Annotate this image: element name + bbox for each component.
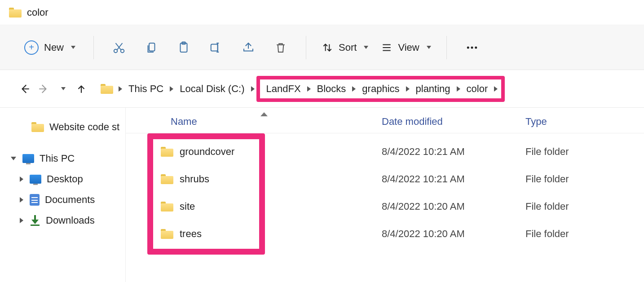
share-button[interactable] bbox=[235, 34, 262, 61]
file-type: File folder bbox=[525, 201, 644, 212]
desktop-icon bbox=[30, 175, 41, 184]
sort-button[interactable]: Sort bbox=[318, 42, 372, 53]
chevron-right-icon bbox=[251, 86, 255, 92]
folder-icon bbox=[101, 84, 113, 94]
folder-icon bbox=[161, 147, 173, 157]
file-row[interactable]: trees 8/4/2022 10:20 AM File folder bbox=[126, 220, 644, 247]
sidebar-item-downloads[interactable]: Downloads bbox=[0, 210, 125, 231]
svg-point-6 bbox=[467, 46, 469, 48]
sidebar-item-label: Downloads bbox=[46, 215, 95, 226]
toolbar: + New bbox=[0, 25, 644, 70]
rename-button[interactable] bbox=[203, 34, 229, 61]
chevron-right-icon bbox=[406, 86, 410, 92]
column-header-type[interactable]: Type bbox=[525, 116, 644, 128]
cut-button[interactable] bbox=[106, 34, 132, 61]
plus-icon: + bbox=[24, 40, 39, 55]
caret-right-icon bbox=[20, 197, 23, 203]
back-button[interactable] bbox=[15, 79, 34, 98]
more-button[interactable] bbox=[459, 34, 485, 61]
sidebar-item-label: This PC bbox=[40, 153, 75, 164]
breadcrumb-item[interactable]: Local Disk (C:) bbox=[175, 80, 249, 97]
toolbar-separator bbox=[446, 36, 447, 59]
sidebar-item-documents[interactable]: Documents bbox=[0, 189, 125, 210]
chevron-right-icon bbox=[307, 86, 311, 92]
file-date: 8/4/2022 10:20 AM bbox=[382, 201, 525, 212]
up-button[interactable] bbox=[72, 79, 91, 98]
chevron-right-icon bbox=[119, 86, 122, 92]
documents-icon bbox=[30, 194, 40, 206]
new-button[interactable]: + New bbox=[18, 37, 82, 58]
sidebar-item-label: Desktop bbox=[47, 173, 83, 185]
folder-icon bbox=[161, 202, 173, 212]
file-row[interactable]: shrubs 8/4/2022 10:21 AM File folder bbox=[126, 165, 644, 193]
chevron-right-icon bbox=[170, 86, 173, 92]
chevron-right-icon bbox=[457, 86, 460, 92]
new-button-label: New bbox=[44, 42, 64, 53]
view-icon bbox=[381, 42, 393, 53]
file-name: site bbox=[180, 201, 195, 212]
caret-right-icon bbox=[20, 176, 23, 182]
file-name: shrubs bbox=[180, 173, 209, 185]
caret-right-icon bbox=[20, 218, 23, 223]
file-list: groundcover 8/4/2022 10:21 AM File folde… bbox=[126, 133, 644, 247]
sidebar-item-label: Documents bbox=[45, 194, 95, 206]
sidebar: Website code st This PC Desktop Document… bbox=[0, 108, 126, 282]
sort-label: Sort bbox=[339, 42, 357, 53]
svg-point-8 bbox=[475, 46, 477, 48]
file-type: File folder bbox=[525, 173, 644, 185]
chevron-down-icon bbox=[364, 46, 368, 49]
column-header-name[interactable]: Name bbox=[126, 116, 382, 128]
download-icon bbox=[30, 215, 40, 226]
sidebar-item-label: Website code st bbox=[49, 121, 119, 133]
breadcrumb-item[interactable]: This PC bbox=[124, 80, 168, 97]
view-button[interactable]: View bbox=[377, 42, 434, 53]
sidebar-item-website-code[interactable]: Website code st bbox=[0, 117, 125, 137]
delete-button[interactable] bbox=[267, 34, 294, 61]
chevron-right-icon bbox=[494, 86, 498, 92]
svg-point-0 bbox=[114, 49, 118, 53]
breadcrumb-item[interactable]: planting bbox=[411, 80, 455, 97]
file-name: trees bbox=[180, 228, 202, 240]
folder-icon bbox=[161, 229, 173, 239]
chevron-right-icon bbox=[352, 86, 356, 92]
svg-rect-2 bbox=[149, 43, 155, 51]
paste-button[interactable] bbox=[170, 34, 197, 61]
breadcrumb-item[interactable]: LandFX bbox=[262, 80, 305, 97]
sort-ascending-icon bbox=[260, 112, 268, 116]
file-row[interactable]: site 8/4/2022 10:20 AM File folder bbox=[126, 193, 644, 220]
svg-point-1 bbox=[121, 49, 124, 53]
breadcrumb-highlight: LandFX Blocks graphics planting color bbox=[256, 76, 505, 102]
file-date: 8/4/2022 10:21 AM bbox=[382, 146, 525, 158]
view-label: View bbox=[398, 42, 419, 53]
file-row[interactable]: groundcover 8/4/2022 10:21 AM File folde… bbox=[126, 138, 644, 165]
forward-button[interactable] bbox=[34, 79, 53, 98]
recent-locations-button[interactable] bbox=[53, 79, 72, 98]
title-bar: color bbox=[0, 0, 644, 25]
copy-button[interactable] bbox=[138, 34, 165, 61]
folder-icon bbox=[161, 174, 173, 184]
column-header-date[interactable]: Date modified bbox=[382, 116, 525, 128]
toolbar-separator bbox=[93, 36, 94, 59]
chevron-down-icon bbox=[427, 46, 431, 49]
file-type: File folder bbox=[525, 146, 644, 158]
window-title: color bbox=[27, 7, 49, 18]
file-date: 8/4/2022 10:21 AM bbox=[382, 173, 525, 185]
file-list-pane: Name Date modified Type groundcover 8/4/… bbox=[126, 108, 644, 282]
sidebar-item-desktop[interactable]: Desktop bbox=[0, 169, 125, 189]
folder-icon bbox=[31, 122, 44, 132]
breadcrumb-item[interactable]: color bbox=[462, 80, 493, 97]
column-headers: Name Date modified Type bbox=[126, 108, 644, 133]
file-name: groundcover bbox=[180, 146, 234, 158]
address-bar[interactable]: This PC Local Disk (C:) LandFX Blocks gr… bbox=[94, 76, 505, 102]
pc-icon bbox=[22, 154, 34, 163]
folder-icon bbox=[9, 8, 22, 18]
toolbar-separator bbox=[306, 36, 306, 59]
file-type: File folder bbox=[525, 228, 644, 240]
chevron-down-icon bbox=[71, 46, 75, 49]
chevron-down-icon bbox=[61, 87, 66, 90]
breadcrumb-item[interactable]: graphics bbox=[357, 80, 404, 97]
breadcrumb-item[interactable]: Blocks bbox=[313, 80, 351, 97]
content-area: Website code st This PC Desktop Document… bbox=[0, 108, 644, 282]
sidebar-item-this-pc[interactable]: This PC bbox=[0, 148, 125, 169]
svg-rect-5 bbox=[211, 44, 218, 51]
